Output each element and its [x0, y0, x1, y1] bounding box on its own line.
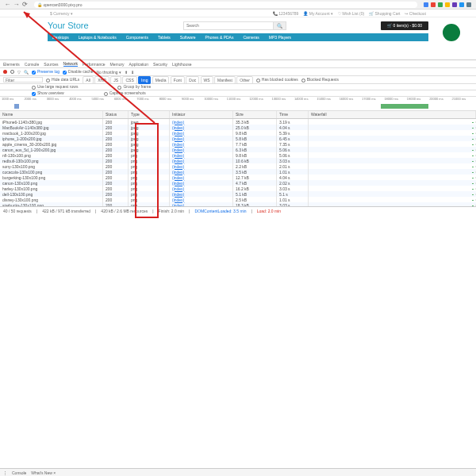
clear-icon[interactable]	[10, 70, 14, 74]
nav-item[interactable]: Cameras	[238, 33, 263, 41]
ext-icon[interactable]	[466, 2, 471, 7]
search-icon[interactable]: 🔍	[24, 70, 29, 75]
hide-dataurl-checkbox[interactable]: Hide data URLs	[46, 77, 79, 82]
nav-item[interactable]: Phones & PDAs	[201, 33, 239, 41]
filter-type[interactable]: Media	[152, 76, 170, 84]
network-toolbar: ▽ 🔍 Preserve log Disable cache No thrott…	[0, 68, 476, 76]
nav-item[interactable]: Software	[175, 33, 201, 41]
col-type[interactable]: Type	[129, 111, 170, 118]
extension-icons	[424, 2, 471, 7]
preserve-log-checkbox[interactable]: Preserve log	[32, 69, 60, 74]
group-frame-checkbox[interactable]: Group by frame	[117, 84, 151, 89]
show-overview-checkbox[interactable]: Show overview	[32, 90, 64, 95]
network-rows: iPhone6-1140x380.jpg200jpeg(index)35.3 k…	[0, 119, 476, 206]
col-size[interactable]: Size	[233, 111, 277, 118]
url-bar[interactable]: 🔒 opencart3000.pixy.pro	[34, 2, 417, 8]
timeline-bar	[381, 104, 428, 109]
search-button[interactable]: 🔍	[274, 21, 286, 30]
timeline-overview[interactable]: 1000 ms2000 ms3000 ms4000 ms5000 ms6000 …	[0, 97, 476, 111]
checkout-link[interactable]: ↪ Checkout	[405, 11, 426, 16]
devtools-tab[interactable]: Network	[63, 61, 78, 67]
disable-cache-checkbox[interactable]: Disable cache	[63, 69, 93, 74]
summary-load: Load: 2.0 min	[257, 209, 281, 213]
search-input[interactable]	[183, 21, 274, 30]
timeline-tick: 1000 ms	[2, 97, 24, 103]
table-row[interactable]: starbucks-130x100.png200png(index)18.3 k…	[0, 202, 476, 206]
search-icon: 🔍	[277, 23, 282, 29]
col-time[interactable]: Time	[277, 111, 309, 118]
devtools-tab[interactable]: Performance	[83, 62, 106, 67]
ext-icon[interactable]	[445, 2, 450, 7]
filter-type[interactable]: Font	[171, 76, 185, 84]
timeline-tick: 15000 ms	[317, 97, 339, 103]
filter-type[interactable]: Img	[138, 76, 151, 84]
devtools-tab[interactable]: Security	[153, 62, 167, 67]
ext-icon[interactable]	[452, 2, 457, 7]
back-icon[interactable]: ←	[5, 2, 10, 7]
col-status[interactable]: Status	[103, 111, 129, 118]
filter-type[interactable]: XHR	[94, 76, 109, 84]
ext-icon[interactable]	[438, 2, 443, 7]
store-logo[interactable]: Your Store	[48, 21, 89, 30]
wishlist-link[interactable]: ♡ Wish List (0)	[338, 11, 364, 16]
timeline-tick: 7000 ms	[136, 97, 159, 103]
timeline-tick: 2000 ms	[24, 97, 46, 103]
nav-item[interactable]: Desktops	[48, 33, 74, 41]
filter-type[interactable]: Doc	[186, 76, 199, 84]
filter-type[interactable]: Manifest	[214, 76, 236, 84]
filter-icon[interactable]: ▽	[17, 70, 21, 75]
timeline-tick: 20000 ms	[429, 97, 451, 103]
nav-item[interactable]: Laptops & Notebooks	[74, 33, 121, 41]
nav-item[interactable]: MP3 Players	[264, 33, 296, 41]
blocked-requests-checkbox[interactable]: Blocked Requests	[301, 77, 339, 82]
upload-icon[interactable]: ⬆	[125, 70, 128, 75]
ext-icon[interactable]	[431, 2, 436, 7]
filter-input[interactable]	[3, 77, 43, 83]
large-rows-checkbox[interactable]: Use large request rows	[32, 84, 78, 89]
timeline-tick: 19000 ms	[407, 97, 429, 103]
devtools-tab[interactable]: Sources	[44, 62, 58, 67]
timeline-tick: 16000 ms	[340, 97, 362, 103]
notification-badge[interactable]	[443, 24, 460, 41]
throttle-select[interactable]: No throttling ▾	[96, 70, 121, 75]
nav-item[interactable]: Tablets	[153, 33, 175, 41]
devtools-tab[interactable]: Console	[25, 62, 39, 67]
filter-type[interactable]: JS	[110, 76, 121, 84]
devtools-tab[interactable]: Memory	[110, 62, 125, 67]
download-icon[interactable]: ⬇	[131, 70, 134, 75]
account-menu[interactable]: 👤 My Account ▾	[303, 11, 333, 16]
devtools-tab[interactable]: Lighthouse	[172, 62, 191, 67]
timeline-tick: 21000 ms	[452, 97, 474, 103]
console-tab[interactable]: Console	[12, 470, 26, 475]
blocked-cookies-checkbox[interactable]: Has blocked cookies	[256, 77, 298, 82]
record-icon[interactable]	[3, 70, 7, 74]
filter-type[interactable]: CSS	[122, 76, 136, 84]
nav-item[interactable]: Components	[121, 33, 153, 41]
whatsnew-tab[interactable]: What's New ×	[31, 470, 56, 475]
devtools-tab[interactable]: Elements	[3, 62, 20, 67]
cart-button[interactable]: 🛒 0 item(s) - $0.00	[381, 21, 428, 30]
col-initiator[interactable]: Initiator	[170, 111, 233, 118]
timeline-tick: 8000 ms	[159, 97, 182, 103]
timeline-tick: 17000 ms	[362, 97, 384, 103]
screenshots-checkbox[interactable]: Capture screenshots	[104, 90, 146, 95]
devtools-tab[interactable]: Application	[129, 62, 148, 67]
main-nav: DesktopsLaptops & NotebooksComponentsTab…	[48, 33, 428, 41]
reload-icon[interactable]: ⟳	[22, 2, 28, 7]
drawer-toggle-icon[interactable]: ⋮	[3, 470, 7, 475]
phone-link[interactable]: 📞 123456789	[273, 11, 298, 16]
view-options-2: Show overview Capture screenshots	[0, 90, 476, 97]
timeline-tick: 9000 ms	[182, 97, 204, 103]
col-waterfall[interactable]: Waterfall	[309, 111, 476, 118]
devtools-tabs: ElementsConsoleSourcesNetworkPerformance…	[0, 60, 476, 68]
url-text: opencart3000.pixy.pro	[43, 2, 82, 7]
ext-icon[interactable]	[424, 2, 428, 7]
ext-icon[interactable]	[459, 2, 464, 7]
filter-type[interactable]: All	[83, 76, 94, 84]
filter-type[interactable]: Other	[236, 76, 253, 84]
filter-type[interactable]: WS	[201, 76, 213, 84]
currency-selector[interactable]: $ Currency ▾	[50, 11, 73, 16]
col-name[interactable]: Name	[0, 111, 103, 118]
forward-icon[interactable]: →	[13, 2, 19, 7]
cart-link[interactable]: 🛒 Shopping Cart	[369, 11, 400, 16]
